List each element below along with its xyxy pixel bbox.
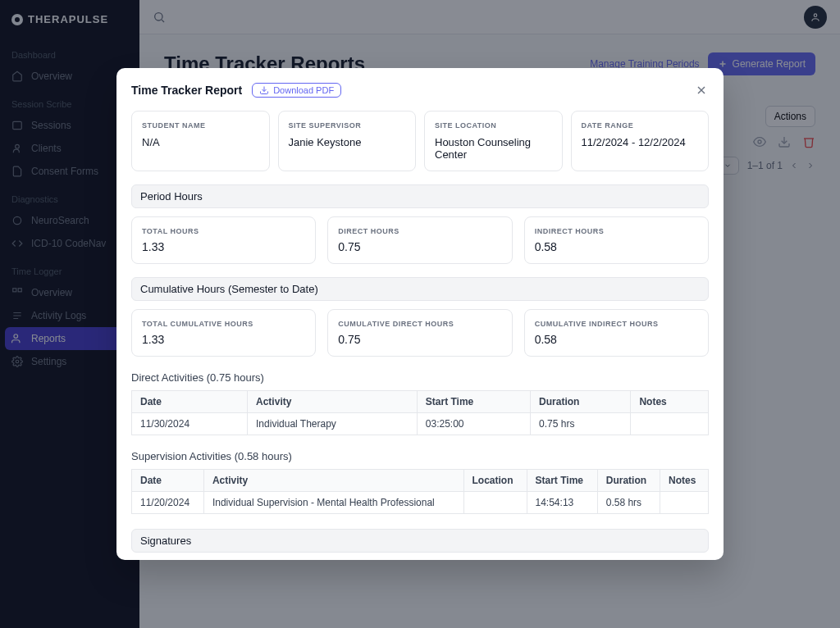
info-card-daterange: DATE RANGE 11/2/2024 - 12/2/2024 xyxy=(571,111,710,171)
cell-activity: Individual Therapy xyxy=(248,413,418,435)
section-cumulative: Cumulative Hours (Semester to Date) xyxy=(131,277,709,301)
info-value: Houston Counseling Center xyxy=(435,136,552,161)
section-supervision-activities: Supervision Activities (0.58 hours) xyxy=(131,450,709,462)
info-label: DATE RANGE xyxy=(582,121,699,130)
stat-value: 0.75 xyxy=(338,333,501,346)
stat-indirect-hours: INDIRECT HOURS 0.58 xyxy=(524,216,709,264)
direct-activities-table: Date Activity Start Time Duration Notes … xyxy=(131,390,709,435)
info-value: Janie Keystone xyxy=(289,136,406,148)
section-direct-activities: Direct Activities (0.75 hours) xyxy=(131,371,709,384)
cell-start: 03:25:00 xyxy=(417,413,530,435)
info-card-student: STUDENT NAME N/A xyxy=(131,111,270,171)
col-activity: Activity xyxy=(203,470,463,492)
col-location: Location xyxy=(463,470,527,492)
cell-duration: 0.58 hrs xyxy=(597,492,660,514)
col-date: Date xyxy=(132,391,248,413)
col-notes: Notes xyxy=(631,391,709,413)
cell-activity: Individual Supervision - Mental Health P… xyxy=(203,492,463,514)
cell-notes xyxy=(631,413,709,435)
info-value: 11/2/2024 - 12/2/2024 xyxy=(582,136,699,148)
download-pdf-label: Download PDF xyxy=(273,85,334,95)
info-value: N/A xyxy=(142,136,259,148)
stat-label: DIRECT HOURS xyxy=(338,227,501,235)
stat-value: 1.33 xyxy=(142,333,305,346)
info-card-location: SITE LOCATION Houston Counseling Center xyxy=(424,111,563,171)
stat-label: CUMULATIVE INDIRECT HOURS xyxy=(535,320,698,328)
close-icon[interactable] xyxy=(694,83,709,98)
cell-location xyxy=(463,492,527,514)
stat-label: CUMULATIVE DIRECT HOURS xyxy=(338,320,501,328)
modal: Time Tracker Report Download PDF STUDENT… xyxy=(116,68,724,560)
cell-date: 11/20/2024 xyxy=(132,492,204,514)
cell-date: 11/30/2024 xyxy=(132,413,248,435)
stat-value: 0.75 xyxy=(338,240,501,253)
section-signatures: Signatures xyxy=(131,529,709,553)
info-label: STUDENT NAME xyxy=(142,121,259,130)
stat-value: 0.58 xyxy=(535,240,698,253)
cell-duration: 0.75 hrs xyxy=(531,413,631,435)
stat-value: 0.58 xyxy=(535,333,698,346)
cell-start: 14:54:13 xyxy=(527,492,597,514)
table-row: 11/30/2024 Individual Therapy 03:25:00 0… xyxy=(132,413,709,435)
stat-label: TOTAL HOURS xyxy=(142,227,305,235)
section-period: Period Hours xyxy=(131,184,709,208)
stat-value: 1.33 xyxy=(142,240,305,253)
col-start: Start Time xyxy=(527,470,597,492)
modal-title: Time Tracker Report xyxy=(131,84,242,97)
download-pdf-button[interactable]: Download PDF xyxy=(252,83,341,98)
col-date: Date xyxy=(132,470,204,492)
stat-cum-total: TOTAL CUMULATIVE HOURS 1.33 xyxy=(131,309,316,357)
info-label: SITE LOCATION xyxy=(435,121,552,130)
stat-cum-direct: CUMULATIVE DIRECT HOURS 0.75 xyxy=(327,309,512,357)
col-duration: Duration xyxy=(597,470,660,492)
cell-notes xyxy=(660,492,709,514)
info-card-supervisor: SITE SUPERVISOR Janie Keystone xyxy=(278,111,417,171)
download-icon xyxy=(259,85,269,95)
stat-cum-indirect: CUMULATIVE INDIRECT HOURS 0.58 xyxy=(524,309,709,357)
col-activity: Activity xyxy=(248,391,418,413)
table-row: 11/20/2024 Individual Supervision - Ment… xyxy=(132,492,709,514)
col-duration: Duration xyxy=(531,391,631,413)
info-label: SITE SUPERVISOR xyxy=(289,121,406,130)
stat-label: TOTAL CUMULATIVE HOURS xyxy=(142,320,305,328)
stat-label: INDIRECT HOURS xyxy=(535,227,698,235)
modal-overlay: Time Tracker Report Download PDF STUDENT… xyxy=(0,0,840,628)
stat-total-hours: TOTAL HOURS 1.33 xyxy=(131,216,316,264)
col-start: Start Time xyxy=(417,391,530,413)
stat-direct-hours: DIRECT HOURS 0.75 xyxy=(327,216,512,264)
col-notes: Notes xyxy=(660,470,709,492)
supervision-activities-table: Date Activity Location Start Time Durati… xyxy=(131,469,709,514)
